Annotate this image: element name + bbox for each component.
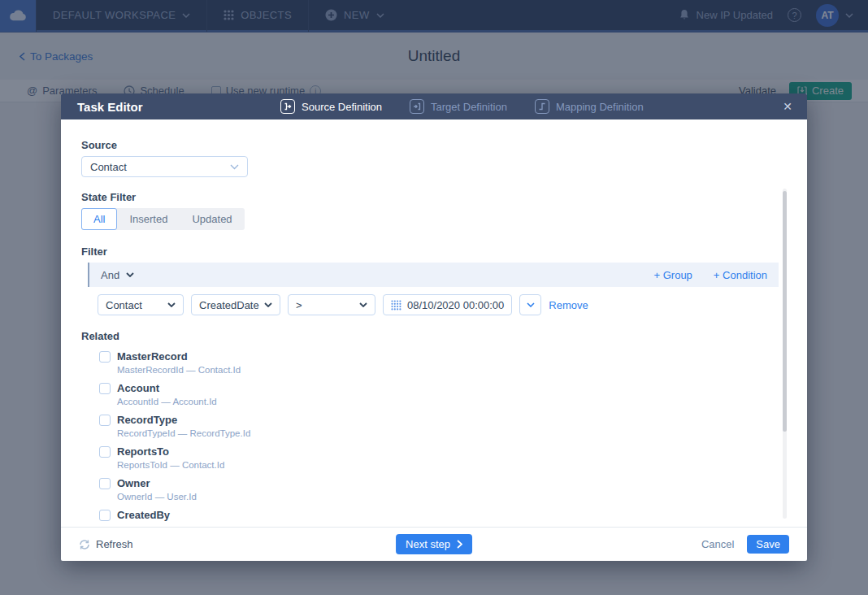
- related-name: Owner: [117, 477, 150, 489]
- chevron-down-icon: [359, 302, 367, 307]
- source-select[interactable]: Contact: [81, 156, 248, 177]
- operator-value: And: [101, 269, 119, 281]
- cancel-button[interactable]: Cancel: [701, 538, 734, 550]
- state-filter-option-updated[interactable]: Updated: [180, 208, 244, 230]
- condition-object-select[interactable]: Contact: [98, 294, 184, 315]
- related-list: MasterRecord MasterRecordId — Contact.Id…: [99, 350, 779, 525]
- tab-source-definition[interactable]: Source Definition: [280, 99, 382, 114]
- remove-condition-button[interactable]: Remove: [549, 299, 588, 311]
- condition-object-value: Contact: [106, 299, 142, 311]
- refresh-icon: [79, 539, 90, 550]
- target-definition-icon: [410, 99, 424, 114]
- modal-footer: Refresh Next step Cancel Save: [61, 527, 807, 561]
- mapping-definition-icon: [535, 99, 549, 114]
- refresh-button[interactable]: Refresh: [79, 538, 133, 550]
- source-definition-icon: [280, 99, 295, 114]
- related-item-createdby: CreatedBy: [99, 509, 779, 525]
- add-group-button[interactable]: + Group: [654, 269, 692, 281]
- modal-title: Task Editor: [77, 100, 143, 114]
- logical-operator-select[interactable]: And: [101, 269, 134, 281]
- related-item-masterrecord: MasterRecord MasterRecordId — Contact.Id: [99, 350, 779, 375]
- tab-mapping-definition[interactable]: Mapping Definition: [535, 99, 644, 114]
- task-editor-dialog: Task Editor Source Definition Target Def…: [61, 93, 807, 561]
- condition-comparison-value: >: [296, 299, 302, 311]
- related-relation: ReportsToId — Contact.Id: [117, 460, 779, 470]
- tab-label: Target Definition: [431, 101, 507, 113]
- scrollbar-thumb[interactable]: [783, 191, 787, 432]
- condition-field-select[interactable]: CreatedDate: [191, 294, 280, 315]
- related-checkbox[interactable]: [99, 383, 111, 394]
- close-icon[interactable]: ✕: [779, 98, 796, 115]
- chevron-right-icon: [457, 540, 462, 549]
- refresh-label: Refresh: [96, 538, 133, 550]
- related-name: RecordType: [117, 414, 177, 426]
- related-item-account: Account AccountId — Account.Id: [99, 382, 779, 406]
- filter-label: Filter: [81, 245, 779, 258]
- related-checkbox[interactable]: [99, 351, 111, 363]
- wizard-tabs: Source Definition Target Definition Mapp…: [280, 93, 644, 119]
- related-relation: AccountId — Account.Id: [117, 397, 779, 406]
- related-checkbox[interactable]: [99, 510, 111, 521]
- related-relation: RecordTypeId — RecordType.Id: [117, 428, 779, 438]
- save-button[interactable]: Save: [747, 535, 789, 554]
- filter-section: Filter And + Group + Condition: [81, 245, 779, 316]
- close-glyph: ✕: [783, 100, 792, 113]
- tab-label: Source Definition: [302, 101, 382, 113]
- next-step-label: Next step: [406, 538, 450, 550]
- related-item-recordtype: RecordType RecordTypeId — RecordType.Id: [99, 414, 779, 438]
- source-select-value: Contact: [90, 161, 127, 173]
- related-label: Related: [81, 330, 779, 342]
- related-name: MasterRecord: [117, 350, 188, 363]
- modal-scrollbar[interactable]: [783, 189, 787, 519]
- chevron-down-icon: [264, 302, 272, 307]
- condition-field-value: CreatedDate: [199, 299, 259, 311]
- related-name: Account: [117, 382, 159, 394]
- filter-group-bar: And + Group + Condition: [88, 263, 779, 287]
- related-name: CreatedBy: [117, 509, 170, 521]
- related-checkbox[interactable]: [99, 478, 111, 489]
- related-relation: MasterRecordId — Contact.Id: [117, 365, 779, 375]
- filter-condition-row: Contact CreatedDate >: [98, 293, 779, 316]
- state-filter-label: State Filter: [81, 191, 779, 203]
- value-type-dropdown[interactable]: [519, 294, 541, 315]
- state-filter-segmented: All Inserted Updated: [81, 208, 245, 230]
- condition-comparison-select[interactable]: >: [288, 294, 375, 315]
- next-step-button[interactable]: Next step: [396, 534, 472, 554]
- related-checkbox[interactable]: [99, 415, 111, 426]
- related-item-owner: Owner OwnerId — User.Id: [99, 477, 779, 502]
- add-condition-button[interactable]: + Condition: [714, 269, 767, 281]
- related-item-reportsto: ReportsTo ReportsToId — Contact.Id: [99, 445, 779, 470]
- related-checkbox[interactable]: [99, 446, 111, 458]
- tab-label: Mapping Definition: [556, 101, 644, 113]
- source-label: Source: [81, 139, 779, 151]
- related-relation: [117, 523, 779, 525]
- state-filter-option-all[interactable]: All: [81, 208, 117, 230]
- modal-header: Task Editor Source Definition Target Def…: [61, 93, 807, 119]
- condition-value-input[interactable]: 08/10/2020 00:00:00: [383, 294, 512, 315]
- calendar-grid-icon: [391, 300, 401, 311]
- condition-value-text: 08/10/2020 00:00:00: [407, 299, 504, 311]
- related-relation: OwnerId — User.Id: [117, 492, 779, 502]
- app-window: DEFAULT WORKSPACE OBJECTS NEW: [0, 0, 868, 595]
- chevron-down-icon: [230, 164, 239, 170]
- chevron-down-icon: [126, 272, 134, 277]
- modal-body: Source Contact State Filter All Inserted…: [61, 119, 807, 527]
- tab-target-definition[interactable]: Target Definition: [410, 99, 507, 114]
- chevron-down-icon: [167, 302, 176, 307]
- state-filter-option-inserted[interactable]: Inserted: [117, 208, 180, 230]
- related-name: ReportsTo: [117, 445, 169, 458]
